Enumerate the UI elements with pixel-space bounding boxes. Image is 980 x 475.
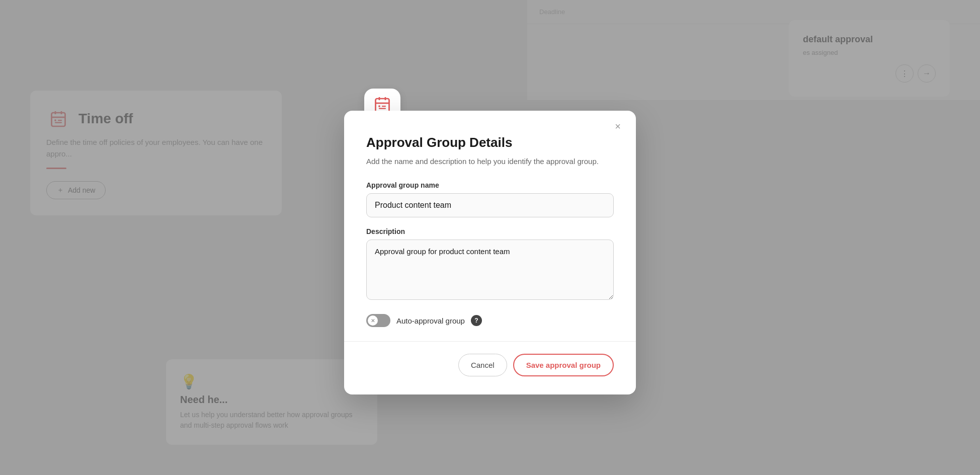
cancel-button[interactable]: Cancel — [458, 354, 507, 376]
approval-group-name-input[interactable] — [366, 193, 614, 217]
modal-title: Approval Group Details — [366, 135, 614, 150]
svg-rect-7 — [376, 99, 389, 112]
modal-footer-divider — [344, 341, 636, 342]
modal-subtitle: Add the name and description to help you… — [366, 155, 614, 167]
modal-footer: Cancel Save approval group — [366, 354, 614, 376]
description-field-label: Description — [366, 227, 614, 235]
close-icon: × — [615, 121, 621, 132]
auto-approval-toggle[interactable]: ✕ — [366, 314, 390, 327]
save-approval-group-button[interactable]: Save approval group — [513, 354, 614, 376]
name-field-label: Approval group name — [366, 181, 614, 189]
auto-approval-toggle-row: ✕ Auto-approval group ? — [366, 314, 614, 327]
toggle-thumb: ✕ — [368, 315, 378, 326]
auto-approval-label: Auto-approval group — [396, 316, 465, 325]
description-textarea[interactable]: Approval group for product content team — [366, 240, 614, 300]
question-mark: ? — [474, 317, 478, 324]
modal-close-button[interactable]: × — [610, 119, 626, 135]
approval-group-modal: × Approval Group Details Add the name an… — [344, 111, 636, 394]
help-icon[interactable]: ? — [471, 315, 482, 326]
modal-container: × Approval Group Details Add the name an… — [0, 0, 980, 475]
